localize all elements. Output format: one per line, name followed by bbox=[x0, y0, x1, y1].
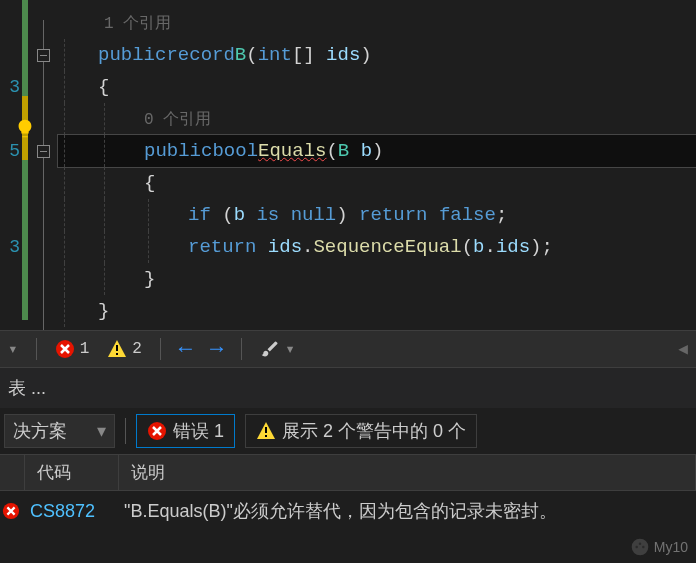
svg-rect-1 bbox=[116, 345, 118, 351]
error-count-button[interactable]: 1 bbox=[55, 339, 90, 359]
svg-point-9 bbox=[635, 546, 638, 549]
svg-rect-4 bbox=[265, 427, 267, 433]
code-editor[interactable]: 3 5 3 1 个引用 public record B(int[] ids) {… bbox=[0, 0, 696, 330]
codelens-references[interactable]: 1 个引用 bbox=[104, 13, 171, 34]
scope-dropdown[interactable]: 决方案 ▾ bbox=[4, 414, 115, 448]
code-line[interactable]: return ids.SequenceEqual(b.ids); bbox=[58, 231, 696, 263]
warnings-filter-button[interactable]: 展示 2 个警告中的 0 个 bbox=[245, 414, 477, 448]
watermark: My10 bbox=[630, 537, 688, 557]
error-toolbar: ▾ 1 2 ← → ▾ ◀ bbox=[0, 330, 696, 368]
error-list-header: 代码 说明 bbox=[0, 454, 696, 491]
header-code-col[interactable]: 代码 bbox=[25, 455, 119, 490]
nav-back-button[interactable]: ← bbox=[179, 337, 192, 362]
svg-rect-5 bbox=[265, 435, 267, 437]
filter-bar: 决方案 ▾ 错误 1 展示 2 个警告中的 0 个 bbox=[0, 408, 696, 454]
error-message: "B.Equals(B)"必须允许替代，因为包含的记录未密封。 bbox=[112, 499, 696, 523]
fold-toggle-icon[interactable] bbox=[37, 49, 50, 62]
collapse-icon[interactable]: ◀ bbox=[678, 339, 688, 359]
chevron-down-icon: ▾ bbox=[97, 420, 106, 442]
errors-filter-button[interactable]: 错误 1 bbox=[136, 414, 235, 448]
code-line[interactable]: public record B(int[] ids) bbox=[58, 39, 696, 71]
error-code: CS8872 bbox=[18, 501, 112, 522]
code-line[interactable]: } bbox=[58, 263, 696, 295]
code-line[interactable]: if (b is null) return false; bbox=[58, 199, 696, 231]
svg-rect-2 bbox=[116, 353, 118, 355]
svg-point-8 bbox=[639, 542, 642, 545]
svg-point-7 bbox=[631, 539, 648, 556]
line-number-column: 3 5 3 bbox=[0, 0, 20, 330]
code-line[interactable]: { bbox=[58, 167, 696, 199]
brush-icon[interactable]: ▾ bbox=[260, 339, 295, 359]
error-squiggle: Equals bbox=[258, 140, 326, 162]
fold-toggle-icon[interactable] bbox=[37, 145, 50, 158]
search-bar[interactable]: 表 ... bbox=[0, 368, 696, 408]
code-line[interactable]: } bbox=[58, 295, 696, 327]
nav-forward-button[interactable]: → bbox=[210, 337, 223, 362]
code-line[interactable]: 0 个引用 bbox=[58, 103, 696, 135]
svg-point-10 bbox=[642, 546, 645, 549]
chevron-down-icon[interactable]: ▾ bbox=[8, 339, 18, 359]
lightbulb-icon[interactable] bbox=[14, 118, 36, 140]
code-line-active[interactable]: public bool Equals(B b) bbox=[58, 135, 696, 167]
error-icon bbox=[0, 502, 18, 520]
code-content[interactable]: 1 个引用 public record B(int[] ids) { 0 个引用… bbox=[58, 0, 696, 330]
error-list-row[interactable]: CS8872 "B.Equals(B)"必须允许替代，因为包含的记录未密封。 bbox=[0, 491, 696, 531]
warning-count-button[interactable]: 2 bbox=[107, 339, 142, 359]
header-icon-col[interactable] bbox=[0, 455, 25, 490]
codelens-references[interactable]: 0 个引用 bbox=[144, 109, 211, 130]
search-label: 表 ... bbox=[8, 376, 46, 400]
fold-column bbox=[28, 0, 58, 330]
code-line[interactable]: { bbox=[58, 71, 696, 103]
header-desc-col[interactable]: 说明 bbox=[119, 455, 696, 490]
